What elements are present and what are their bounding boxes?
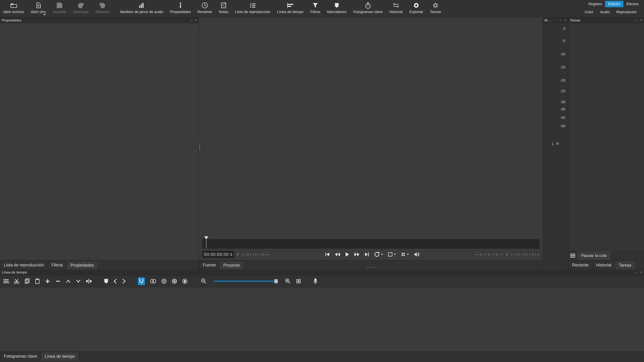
svg-rect-18 (287, 3, 288, 8)
loop-button[interactable] (374, 252, 383, 257)
export-button[interactable]: Exportar (406, 0, 426, 15)
zoom-in-button[interactable] (285, 278, 291, 284)
redo-button[interactable]: Rehacer (92, 0, 113, 15)
close-icon[interactable]: ✕ (563, 18, 567, 22)
timecode-input[interactable]: 00:00:00:00 (202, 251, 234, 258)
ripple-button[interactable] (161, 279, 167, 284)
peak-meter-button[interactable]: Medidor de picos de audio (117, 0, 167, 15)
zoom-fit-button[interactable] (296, 279, 301, 284)
overwrite-button[interactable] (76, 279, 81, 283)
playlist-button[interactable]: Lista de reproducción (232, 0, 274, 15)
ripple-all-button[interactable] (172, 279, 177, 284)
play-button[interactable] (345, 252, 349, 257)
timeline-canvas[interactable] (0, 287, 644, 351)
layout-tab-editing[interactable]: Edición (605, 1, 623, 7)
volume-button[interactable] (414, 252, 420, 257)
timecode-spinner[interactable] (230, 253, 232, 256)
grid-button[interactable] (401, 252, 409, 257)
properties-title-text: Propiedades (2, 18, 22, 22)
properties-button[interactable]: Propiedades (167, 0, 194, 15)
player-tab-source[interactable]: Fuente (199, 261, 220, 270)
playhead-marker-icon[interactable] (204, 236, 208, 239)
notes-button[interactable]: Notas (215, 0, 232, 15)
snap-button[interactable] (138, 277, 145, 285)
next-marker-button[interactable] (122, 279, 126, 284)
record-audio-button[interactable] (313, 278, 318, 284)
paste-button[interactable] (35, 278, 40, 284)
jobs-button[interactable]: Tareas (427, 0, 444, 15)
dropdown-caret-icon (407, 254, 409, 255)
prev-marker-button[interactable] (113, 279, 117, 284)
save-button[interactable]: Guardar (49, 0, 70, 15)
append-button[interactable] (45, 279, 50, 284)
undock-icon[interactable]: ▱ (189, 18, 193, 22)
tab-properties[interactable]: Propiedades (66, 261, 98, 270)
export-label: Exportar (409, 10, 423, 14)
splitter-handle[interactable] (199, 143, 200, 150)
transport-bar: 00:00:00:00 / --:--:--:-- --:--:--:-- / … (199, 249, 543, 260)
undock-icon[interactable]: ▱ (634, 18, 638, 22)
undock-icon[interactable]: ▱ (559, 18, 562, 22)
tasks-tab-recent[interactable]: Reciente (568, 261, 592, 270)
skip-prev-button[interactable] (325, 252, 330, 257)
scrub-audio-button[interactable] (150, 279, 156, 283)
zoom-slider[interactable] (214, 281, 278, 282)
tasks-titlebar[interactable]: Tareas ▱ ✕ (568, 17, 644, 23)
extra-tab-player[interactable]: Reproductor (616, 10, 636, 14)
keyframes-button[interactable]: Fotogramas clave (350, 0, 386, 15)
player-tab-project[interactable]: Proyecto (220, 261, 244, 270)
split-button[interactable] (86, 279, 92, 284)
tab-filters[interactable]: Filtros (48, 261, 67, 270)
meter-tick: -20 (560, 78, 565, 83)
timeline-menu-button[interactable] (3, 279, 9, 283)
timeline-marker-button[interactable] (104, 279, 108, 284)
zoom-out-button[interactable] (201, 278, 206, 284)
fast-forward-button[interactable] (354, 252, 360, 257)
undock-icon[interactable]: ▱ (634, 271, 638, 274)
history-icon (392, 2, 400, 9)
main-toolbar: Abrir archivo Abrir otro Guardar Deshace… (0, 0, 644, 17)
resize-grip[interactable] (367, 267, 375, 268)
copy-button[interactable] (24, 278, 30, 284)
cut-button[interactable] (14, 278, 20, 284)
lift-button[interactable] (66, 279, 71, 283)
scrub-bar[interactable] (202, 239, 540, 249)
zoom-slider-knob[interactable] (274, 279, 278, 283)
video-viewer[interactable] (199, 17, 543, 239)
properties-titlebar[interactable]: Propiedades ▱ ✕ (0, 17, 199, 23)
clock-icon (202, 2, 208, 9)
tasks-tab-jobs[interactable]: Tareas (615, 261, 635, 270)
layout-tab-effects[interactable]: Efectos (623, 1, 642, 7)
extra-tab-color[interactable]: Color (585, 10, 594, 14)
separator: / (506, 252, 508, 257)
timeline-button[interactable]: Línea de tiempo (274, 0, 307, 15)
open-other-button[interactable]: Abrir otro (27, 0, 49, 17)
skip-next-button[interactable] (364, 252, 370, 257)
filters-button[interactable]: Filtros (307, 0, 324, 15)
zoom-mode-button[interactable] (388, 252, 396, 257)
extra-tab-audio[interactable]: Audio (600, 10, 610, 14)
close-icon[interactable]: ✕ (639, 18, 643, 22)
toolbar-right-group: Registro Edición Efectos Color Audio Rep… (585, 0, 644, 17)
tasks-tab-history[interactable]: Historial (592, 261, 615, 270)
rewind-button[interactable] (334, 252, 340, 257)
open-file-button[interactable]: Abrir archivo (0, 0, 27, 15)
tab-playlist[interactable]: Lista de reproducción (0, 261, 48, 270)
remove-button[interactable] (55, 279, 61, 284)
ripple-markers-button[interactable] (182, 279, 188, 284)
pause-queue-button[interactable]: Pausar la cola (578, 251, 610, 260)
timeline-titlebar[interactable]: Línea de tiempo ▱ ✕ (0, 270, 644, 275)
timeline-icon (286, 2, 294, 9)
close-icon[interactable]: ✕ (194, 18, 198, 22)
timeline-tab-timeline[interactable]: Línea de tiempo (41, 352, 79, 361)
recent-button[interactable]: Reciente (194, 0, 216, 15)
history-button[interactable]: Historial (386, 0, 406, 15)
undo-button[interactable]: Deshacer (70, 0, 92, 15)
tasks-menu-button[interactable] (570, 253, 575, 258)
tasks-title-text: Tareas (570, 18, 580, 22)
meter-titlebar[interactable]: M… ▱ ✕ (543, 17, 568, 23)
timeline-tab-keyframes[interactable]: Fotogramas clave (0, 352, 41, 361)
layout-tab-logging[interactable]: Registro (586, 1, 605, 7)
markers-button[interactable]: Marcadores (324, 0, 350, 15)
close-icon[interactable]: ✕ (639, 271, 643, 274)
